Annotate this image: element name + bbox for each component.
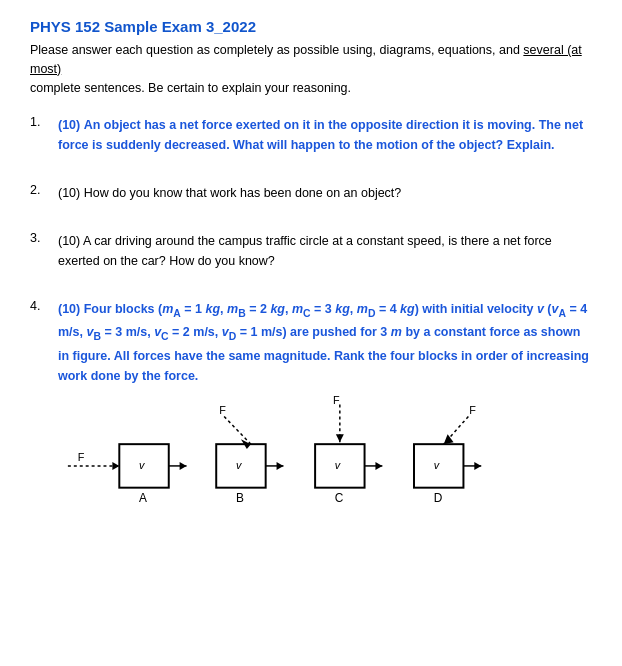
blocks-diagram: F v A F v	[58, 394, 592, 524]
q4-block-a-f-label: F	[78, 451, 85, 463]
svg-line-5	[224, 416, 251, 444]
q1-body: (10) An object has a net force exerted o…	[58, 115, 592, 155]
q4-block-d-v: v	[434, 458, 440, 470]
svg-marker-4	[180, 462, 187, 470]
q4-diagram: F v A F v	[58, 394, 592, 524]
q4-block-a-label: A	[139, 490, 147, 504]
page-title: PHYS 152 Sample Exam 3_2022	[30, 18, 592, 35]
q3-number: 3.	[30, 231, 58, 245]
q4-block-b-label: B	[236, 490, 244, 504]
svg-marker-14	[375, 462, 382, 470]
q4-block-b-v: v	[236, 458, 242, 470]
svg-marker-19	[474, 462, 481, 470]
q3-points: (10)	[58, 234, 80, 248]
q1-number: 1.	[30, 115, 58, 129]
intro-text: Please answer each question as completel…	[30, 41, 592, 97]
q4-number: 4.	[30, 299, 58, 313]
q1-text: An object has a net force exerted on it …	[58, 118, 583, 152]
q1-points: (10)	[58, 118, 80, 132]
q3-body: (10) A car driving around the campus tra…	[58, 231, 592, 271]
svg-marker-11	[336, 434, 344, 442]
q4-block-c-v: v	[335, 458, 341, 470]
q4-block-d-label: D	[434, 490, 443, 504]
q4-block-c-f-label: F	[333, 394, 340, 406]
question-3: 3. (10) A car driving around the campus …	[30, 231, 592, 271]
q2-points: (10)	[58, 186, 80, 200]
question-list: 1. (10) An object has a net force exerte…	[30, 115, 592, 523]
svg-marker-1	[112, 462, 119, 470]
question-2: 2. (10) How do you know that work has be…	[30, 183, 592, 203]
q4-block-a-v: v	[139, 458, 145, 470]
q2-number: 2.	[30, 183, 58, 197]
question-1: 1. (10) An object has a net force exerte…	[30, 115, 592, 155]
q4-body: (10) Four blocks (mA = 1 kg, mB = 2 kg, …	[58, 299, 592, 523]
svg-marker-9	[277, 462, 284, 470]
q4-points: (10)	[58, 302, 80, 316]
q3-text: A car driving around the campus traffic …	[58, 234, 552, 268]
question-4: 4. (10) Four blocks (mA = 1 kg, mB = 2 k…	[30, 299, 592, 523]
q4-block-d-f-label: F	[469, 404, 476, 416]
q4-text: Four blocks (mA = 1 kg, mB = 2 kg, mC = …	[58, 302, 589, 382]
q2-text: How do you know that work has been done …	[84, 186, 402, 200]
q4-block-b-f-label: F	[219, 404, 226, 416]
q2-body: (10) How do you know that work has been …	[58, 183, 592, 203]
q4-block-c-label: C	[335, 490, 344, 504]
